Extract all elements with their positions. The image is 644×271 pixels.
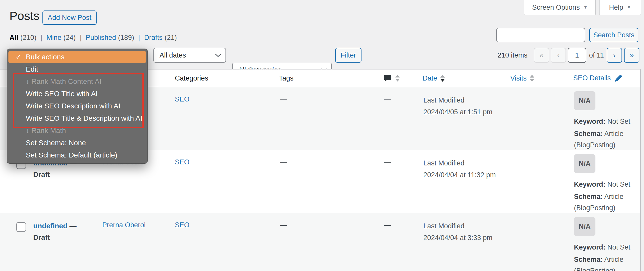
view-published-label: Published xyxy=(86,34,116,41)
keyword-line: Keyword: Not Set xyxy=(574,242,644,253)
dropdown-item-write-seo-title-description[interactable]: Write SEO Title & Description with AI xyxy=(7,112,148,125)
modified-date: 2024/04/04 at 3:33 pm xyxy=(423,232,492,244)
prev-page-button: ‹ xyxy=(551,48,566,63)
separator: | xyxy=(138,34,140,42)
view-all-count: (210) xyxy=(20,34,37,41)
seo-details-cell: N/A Keyword: Not Set Schema: Article (Bl… xyxy=(574,217,644,271)
bulk-actions-dropdown: ✓ Bulk actions Edit ↓ Rank Math Content … xyxy=(7,49,148,164)
total-pages-label: of 11 xyxy=(588,48,605,63)
schema-line: Schema: Article (BlogPosting) xyxy=(574,254,644,271)
add-new-post-button[interactable]: Add New Post xyxy=(42,10,97,25)
pencil-icon xyxy=(614,74,623,83)
keyword-value: Not Set xyxy=(607,243,630,251)
keyword-line: Keyword: Not Set xyxy=(574,116,644,127)
column-header-visits[interactable]: Visits xyxy=(510,74,534,82)
search-input[interactable] xyxy=(496,28,585,42)
keyword-value: Not Set xyxy=(607,180,630,188)
seo-details-cell: N/A Keyword: Not Set Schema: Article (Bl… xyxy=(574,91,644,151)
last-page-button[interactable]: » xyxy=(624,48,639,63)
dropdown-item-rank-math-content-ai: ↓ Rank Math Content AI xyxy=(7,75,148,88)
schema-label: Schema: xyxy=(574,256,603,263)
keyword-line: Keyword: Not Set xyxy=(574,179,644,190)
comments-value: — xyxy=(384,95,391,103)
dropdown-item-label: Bulk actions xyxy=(26,53,64,61)
separator: | xyxy=(80,34,82,42)
seo-score-badge: N/A xyxy=(574,154,595,173)
keyword-label: Keyword: xyxy=(574,180,605,188)
sort-arrows-icon xyxy=(395,75,400,82)
view-mine-link[interactable]: Mine(24) xyxy=(47,34,76,42)
date-cell: Last Modified 2024/04/04 at 3:33 pm xyxy=(423,220,492,244)
view-drafts-link[interactable]: Drafts(21) xyxy=(144,34,177,42)
schema-label: Schema: xyxy=(574,193,603,200)
title-dash: — xyxy=(70,222,77,230)
help-tab[interactable]: Help ▼ xyxy=(599,0,641,15)
dropdown-item-write-seo-description[interactable]: Write SEO Description with AI xyxy=(7,100,148,112)
post-status: Draft xyxy=(33,232,77,243)
category-link[interactable]: SEO xyxy=(175,158,189,166)
seo-details-header-label: SEO Details xyxy=(573,74,611,82)
dropdown-item-set-schema-default[interactable]: Set Schema: Default (article) xyxy=(7,149,148,161)
visits-header-label: Visits xyxy=(510,74,527,82)
separator: | xyxy=(41,34,42,42)
category-link[interactable]: SEO xyxy=(175,221,189,229)
tags-value: — xyxy=(280,158,287,166)
dates-filter-select[interactable]: All dates xyxy=(153,48,226,63)
chevron-down-icon xyxy=(215,53,221,57)
modified-date: 2024/04/05 at 1:51 pm xyxy=(423,106,492,118)
seo-score-badge: N/A xyxy=(574,91,595,110)
dropdown-item-edit[interactable]: Edit xyxy=(7,63,148,75)
date-cell: Last Modified 2024/04/05 at 1:51 pm xyxy=(423,94,492,118)
items-count: 210 items xyxy=(476,48,527,63)
chevron-down-icon: ▼ xyxy=(583,5,588,10)
column-header-categories: Categories xyxy=(175,74,208,82)
seo-score-badge: N/A xyxy=(574,217,595,236)
view-published-link[interactable]: Published(189) xyxy=(86,34,134,42)
view-drafts-count: (21) xyxy=(165,34,177,41)
help-label: Help xyxy=(609,4,623,12)
tags-value: — xyxy=(280,95,287,103)
tags-value: — xyxy=(280,221,287,229)
sort-arrows-icon xyxy=(530,75,534,82)
view-mine-label: Mine xyxy=(47,34,62,41)
filter-button[interactable]: Filter xyxy=(335,48,361,63)
table-row: undefined — Draft Prerna Oberoi SEO — — … xyxy=(0,213,640,271)
modified-label: Last Modified xyxy=(423,94,492,106)
schema-label: Schema: xyxy=(574,130,603,138)
modified-label: Last Modified xyxy=(423,220,492,232)
current-page-input[interactable] xyxy=(568,48,586,63)
row-select-checkbox[interactable] xyxy=(16,222,26,232)
dropdown-item-write-seo-title[interactable]: Write SEO Title with AI xyxy=(7,88,148,100)
check-icon: ✓ xyxy=(16,51,21,63)
modified-date: 2024/04/04 at 11:32 pm xyxy=(423,169,496,181)
view-filter-links: All(210) | Mine(24) | Published(189) | D… xyxy=(9,34,177,42)
comments-value: — xyxy=(384,158,391,166)
category-link[interactable]: SEO xyxy=(175,95,189,103)
view-drafts-label: Drafts xyxy=(144,34,163,41)
column-header-comments[interactable] xyxy=(383,74,400,83)
screen-options-tab[interactable]: Screen Options ▼ xyxy=(524,0,596,15)
sort-arrows-icon xyxy=(440,75,445,82)
dropdown-item-set-schema-none[interactable]: Set Schema: None xyxy=(7,137,148,149)
schema-line: Schema: Article (BlogPosting) xyxy=(574,128,644,151)
seo-details-cell: N/A Keyword: Not Set Schema: Article (Bl… xyxy=(574,154,644,213)
search-posts-button[interactable]: Search Posts xyxy=(589,28,638,42)
comments-value: — xyxy=(384,221,391,229)
dropdown-item-rank-math: ↓ Rank Math xyxy=(7,125,148,137)
view-all-label: All xyxy=(9,34,18,41)
post-title-link[interactable]: undefined xyxy=(33,222,67,230)
column-header-seo-details[interactable]: SEO Details xyxy=(573,74,623,83)
modified-label: Last Modified xyxy=(423,157,496,169)
next-page-button[interactable]: › xyxy=(607,48,622,63)
dropdown-item-bulk-actions[interactable]: ✓ Bulk actions xyxy=(8,51,146,63)
view-mine-count: (24) xyxy=(63,34,76,41)
author-link[interactable]: Prerna Oberoi xyxy=(102,221,146,229)
chevron-down-icon: ▼ xyxy=(627,5,631,10)
view-all-link[interactable]: All(210) xyxy=(9,34,37,42)
column-header-tags: Tags xyxy=(279,74,293,82)
screen-options-label: Screen Options xyxy=(532,4,580,12)
column-header-date[interactable]: Date xyxy=(423,74,445,82)
page-title: Posts xyxy=(9,9,40,23)
comment-icon xyxy=(383,74,392,83)
date-header-label: Date xyxy=(423,74,437,82)
